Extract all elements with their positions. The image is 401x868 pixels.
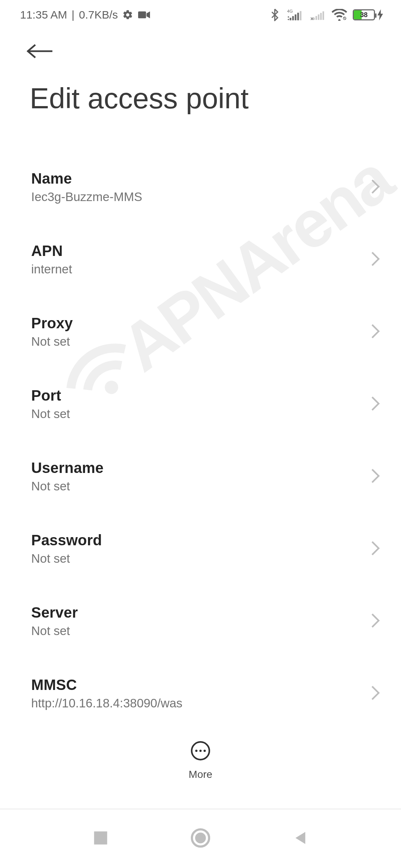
svg-rect-7 [300, 11, 301, 20]
row-value: Not set [31, 407, 70, 421]
row-apn[interactable]: APN internet [0, 232, 401, 287]
more-button[interactable]: More [189, 736, 212, 792]
svg-point-17 [199, 750, 202, 752]
bottom-action-bar: More [0, 736, 401, 792]
more-label: More [189, 769, 212, 780]
row-value: Not set [31, 335, 73, 349]
svg-point-18 [203, 750, 206, 752]
status-left: 11:35 AM | 0.7KB/s [20, 8, 151, 22]
svg-rect-11 [320, 13, 322, 20]
row-label: Proxy [31, 315, 73, 332]
row-server[interactable]: Server Not set [0, 594, 401, 648]
svg-rect-9 [316, 16, 317, 20]
chevron-right-icon [371, 251, 380, 268]
row-label: Password [31, 532, 102, 549]
charging-icon [377, 9, 383, 20]
system-nav-bar [0, 809, 401, 868]
row-proxy[interactable]: Proxy Not set [0, 305, 401, 359]
header [0, 30, 401, 74]
svg-rect-3 [290, 18, 291, 20]
chevron-right-icon [371, 396, 380, 413]
status-separator: | [72, 9, 75, 21]
chevron-right-icon [371, 613, 380, 630]
row-value: http://10.16.18.4:38090/was [31, 696, 182, 710]
back-button[interactable] [27, 42, 53, 62]
row-value: Not set [31, 479, 104, 493]
settings-list: Name Iec3g-Buzzme-MMS APN internet Proxy… [0, 115, 401, 798]
row-label: APN [31, 243, 72, 259]
row-mmsc[interactable]: MMSC http://10.16.18.4:38090/was [0, 666, 401, 721]
row-label: MMSC [31, 677, 182, 693]
wifi-icon [331, 8, 348, 22]
status-time: 11:35 AM [20, 9, 67, 21]
more-icon [190, 740, 211, 763]
svg-rect-12 [323, 11, 324, 20]
row-port[interactable]: Port Not set [0, 377, 401, 431]
svg-rect-8 [313, 17, 314, 20]
battery-pct: 38 [354, 10, 374, 19]
bluetooth-icon [268, 8, 281, 22]
signal-4g-icon: 4G [287, 8, 304, 22]
row-password[interactable]: Password Not set [0, 522, 401, 576]
row-value: Not set [31, 624, 78, 638]
row-label: Username [31, 460, 104, 476]
row-value: Not set [31, 552, 102, 566]
page-title: Edit access point [0, 74, 401, 115]
gear-icon [121, 8, 134, 22]
status-bar: 11:35 AM | 0.7KB/s 4G [0, 0, 401, 30]
nav-recent-button[interactable] [92, 830, 109, 848]
battery-icon: 38 [353, 9, 383, 20]
chevron-right-icon [371, 468, 380, 485]
row-value: internet [31, 262, 72, 276]
status-right: 4G [268, 8, 383, 22]
row-label: Server [31, 604, 78, 621]
chevron-right-icon [371, 685, 380, 702]
row-username[interactable]: Username Not set [0, 449, 401, 504]
svg-rect-4 [292, 16, 294, 20]
chevron-right-icon [371, 323, 380, 341]
signal-nosim-icon [310, 8, 326, 22]
svg-rect-1 [138, 11, 146, 19]
nav-home-button[interactable] [190, 827, 211, 850]
svg-point-16 [195, 750, 198, 752]
svg-rect-5 [295, 14, 297, 20]
svg-rect-19 [94, 831, 107, 844]
row-value: Iec3g-Buzzme-MMS [31, 190, 142, 204]
row-label: Name [31, 170, 142, 187]
row-name[interactable]: Name Iec3g-Buzzme-MMS [0, 160, 401, 214]
svg-rect-6 [297, 13, 299, 20]
chevron-right-icon [371, 540, 380, 558]
row-label: Port [31, 387, 70, 404]
camera-icon [137, 8, 151, 22]
svg-text:4G: 4G [287, 9, 293, 13]
nav-back-button[interactable] [292, 830, 309, 848]
chevron-right-icon [371, 179, 380, 196]
svg-point-21 [195, 833, 206, 844]
status-data-rate: 0.7KB/s [79, 9, 118, 21]
svg-rect-10 [318, 14, 319, 20]
